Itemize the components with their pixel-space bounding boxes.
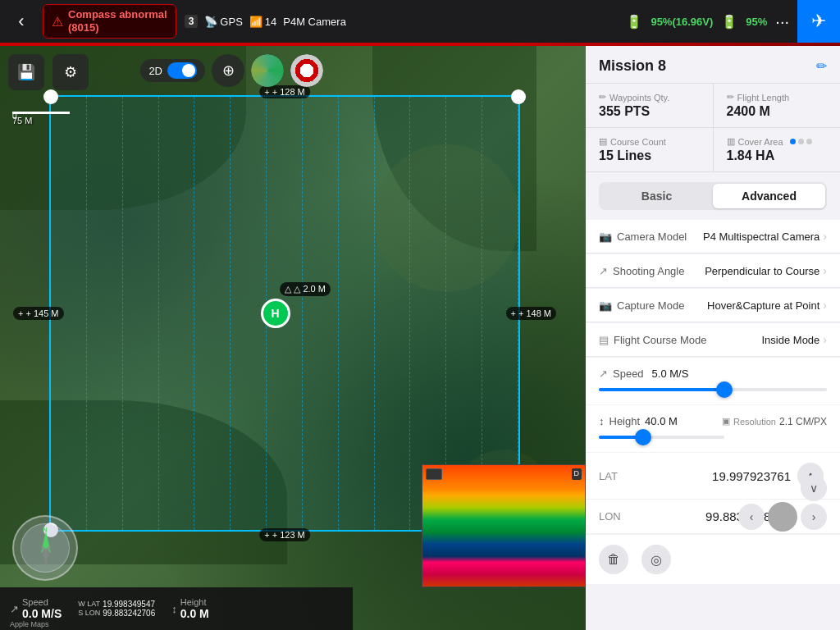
fly-button[interactable]: ✈ xyxy=(797,0,840,43)
map-area: 2D ⊕ N 0 75 M 💾 xyxy=(0,46,586,630)
compass-inner: N xyxy=(21,523,70,573)
home-marker[interactable]: H xyxy=(261,299,290,328)
home-altitude: △ △ 2.0 M xyxy=(280,282,331,296)
height-slider-track[interactable] xyxy=(599,436,724,439)
toggle-knob xyxy=(182,64,195,77)
grid-line xyxy=(194,97,231,530)
nav-center-button[interactable] xyxy=(768,502,797,532)
shooting-angle-row[interactable]: ↗ Shooting Angle Perpendicular to Course… xyxy=(586,254,840,288)
flight-length-stat: ✏ Flight Length 2400 M xyxy=(714,84,841,127)
stat-dots xyxy=(790,139,812,144)
nav-right-button[interactable]: › xyxy=(801,504,827,530)
save-icon: 💾 xyxy=(17,63,35,81)
gps-status: 📡 GPS xyxy=(204,16,242,28)
battery-percent: 95%(16.96V) xyxy=(651,16,713,28)
flight-course-label: ▤ Flight Course Mode xyxy=(599,334,706,346)
mini-camera-view: D xyxy=(422,464,586,587)
height-icon: ↕ xyxy=(171,603,177,615)
shooting-angle-value: Perpendicular to Course › xyxy=(705,264,827,277)
compass-map-button[interactable]: N xyxy=(290,54,323,87)
crosshair-button[interactable]: ⊕ xyxy=(212,54,244,87)
grid-line xyxy=(159,97,195,530)
lat-down-button[interactable]: ∨ xyxy=(801,475,827,501)
scale-end: 75 M xyxy=(12,116,70,126)
tab-basic[interactable]: Basic xyxy=(600,184,713,208)
flight-length-label: ✏ Flight Length xyxy=(727,92,828,103)
location-icon: ◎ xyxy=(651,552,662,568)
settings-map-button[interactable]: ⚙ xyxy=(52,54,89,90)
toggle-switch[interactable] xyxy=(167,62,197,79)
stats-grid: ✏ Waypoints Qty. 355 PTS ✏ Flight Length… xyxy=(586,84,840,172)
bottom-status-bar: ↗ Speed 0.0 M/S W LAT 19.998349547 S LON… xyxy=(0,587,353,630)
location-button[interactable]: ◎ xyxy=(641,545,671,574)
notification-badge: 3 xyxy=(185,15,199,28)
height-value: 0.0 M xyxy=(180,607,209,620)
speed-slider-track[interactable] xyxy=(599,388,827,391)
height-row: ↕ Height 40.0 M ▣ Resolution 2.1 CM/PX xyxy=(599,415,827,427)
back-icon: ‹ xyxy=(18,11,24,32)
capture-mode-row[interactable]: 📷 Capture Mode Hover&Capture at Point › xyxy=(586,289,840,322)
resolution-value: 2.1 CM/PX xyxy=(779,416,827,427)
resolution-icon: ▣ xyxy=(722,416,730,427)
speed-value: 5.0 M/S xyxy=(652,368,689,380)
scale-line xyxy=(12,112,70,114)
corner-handle-tr[interactable] xyxy=(511,89,526,104)
battery-rc-percent: 95% xyxy=(746,16,767,28)
grid-line xyxy=(303,97,339,530)
camera-label: P4M Camera xyxy=(283,16,346,28)
alert-text: Compass abnormal (8015) xyxy=(68,8,167,34)
camera-model-value: P4 Multispectral Camera › xyxy=(703,230,827,243)
speed-slider-thumb[interactable] xyxy=(716,381,733,398)
flight-icon: ✏ xyxy=(727,92,734,103)
distance-right: ++ 148 M xyxy=(506,307,557,320)
course-icon: ▤ xyxy=(599,334,609,346)
alert-icon: ⚠ xyxy=(52,14,63,30)
grid-line xyxy=(339,97,375,530)
back-button[interactable]: ‹ xyxy=(0,0,43,43)
fly-icon: ✈ xyxy=(811,11,826,32)
speed-label: Speed xyxy=(22,597,62,607)
delete-button[interactable]: 🗑 xyxy=(599,545,628,574)
corner-handle-tl[interactable] xyxy=(43,89,58,104)
lon-label: LON xyxy=(599,510,628,523)
save-map-button[interactable]: 💾 xyxy=(8,54,44,90)
chevron-icon: › xyxy=(823,333,827,346)
signal-status: 📶 14 xyxy=(249,16,276,28)
satellite-view-button[interactable] xyxy=(251,54,284,87)
course-count-label: ▤ Course Count xyxy=(599,136,700,147)
lat-input[interactable] xyxy=(632,469,797,483)
tab-advanced[interactable]: Advanced xyxy=(713,184,825,208)
battery-rc-icon: 🔋 xyxy=(626,14,642,30)
flight-course-row[interactable]: ▤ Flight Course Mode Inside Mode › xyxy=(586,323,840,357)
speed-indicator: ↗ Speed 0.0 M/S xyxy=(10,597,62,620)
edit-mission-button[interactable]: ✏ xyxy=(816,58,827,74)
distance-top: ++ 128 M xyxy=(259,85,310,98)
panel-actions: 🗑 ◎ xyxy=(586,535,840,584)
alert-banner[interactable]: ⚠ Compass abnormal (8015) xyxy=(43,4,176,38)
more-button[interactable]: ··· xyxy=(775,12,789,31)
flight-length-value: 2400 M xyxy=(727,104,828,119)
angle-icon: ↗ xyxy=(599,265,608,277)
gps-icon: 📡 xyxy=(204,16,217,28)
cam-icon xyxy=(426,468,442,480)
speed-slider-fill xyxy=(599,388,724,391)
map-background[interactable]: 2D ⊕ N 0 75 M 💾 xyxy=(0,46,586,630)
waypoints-value: 355 PTS xyxy=(599,104,700,119)
camera-model-label: 📷 Camera Model xyxy=(599,231,687,243)
course-icon: ▤ xyxy=(599,136,607,147)
course-count-value: 15 Lines xyxy=(599,148,700,163)
scale-bar: 0 75 M xyxy=(12,112,70,126)
height-slider-thumb[interactable] xyxy=(635,429,651,445)
cam-d-badge: D xyxy=(572,468,582,480)
nav-left-button[interactable]: ‹ xyxy=(738,504,765,530)
camera-model-row[interactable]: 📷 Camera Model P4 Multispectral Camera › xyxy=(586,220,840,253)
thermal-image xyxy=(422,465,585,587)
distance-left: ++ 145 M xyxy=(13,307,64,320)
height-value: 40.0 M xyxy=(645,415,678,427)
speed-icon: ↗ xyxy=(10,603,19,615)
2d-toggle[interactable]: 2D xyxy=(140,59,205,82)
course-count-stat: ▤ Course Count 15 Lines xyxy=(586,128,713,171)
capture-icon: 📷 xyxy=(599,299,612,312)
lat-coord: W LAT 19.998349547 xyxy=(78,600,155,609)
top-bar-right: 🔋 95%(16.96V) 🔋 95% ··· xyxy=(626,12,789,31)
